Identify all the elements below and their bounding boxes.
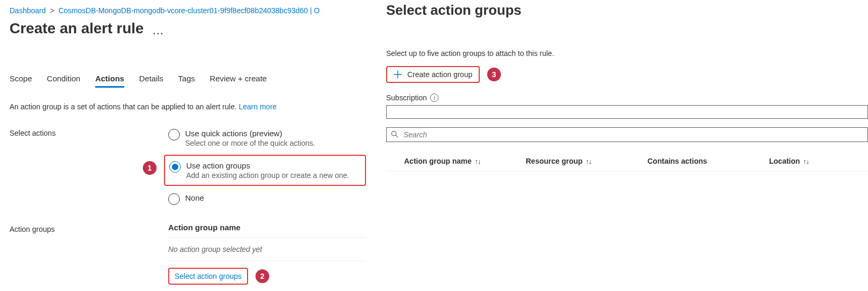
create-action-group-button[interactable]: Create action group [386, 66, 480, 83]
tab-review[interactable]: Review + create [210, 74, 267, 88]
panel-description: Select up to five action groups to attac… [386, 49, 868, 58]
svg-line-1 [396, 135, 398, 137]
breadcrumb-separator: > [50, 6, 54, 15]
radio-use-action-groups-circle[interactable] [169, 161, 181, 173]
tab-tags[interactable]: Tags [178, 74, 195, 88]
column-location[interactable]: Location ↑↓ [769, 157, 854, 165]
tab-details[interactable]: Details [139, 74, 163, 88]
column-resource-group[interactable]: Resource group ↑↓ [526, 157, 647, 165]
sort-icon: ↑↓ [475, 157, 481, 165]
grid-header: Action group name ↑↓ Resource group ↑↓ C… [386, 153, 868, 171]
search-input[interactable] [403, 130, 863, 139]
callout-badge-1: 1 [143, 161, 157, 175]
callout-badge-2: 2 [255, 269, 269, 283]
learn-more-link[interactable]: Learn more [239, 102, 277, 111]
svg-point-0 [391, 131, 396, 136]
select-action-groups-link[interactable]: Select action groups [175, 272, 242, 280]
search-input-wrap[interactable] [386, 127, 868, 142]
sort-icon: ↑↓ [586, 157, 591, 165]
callout-box-1: Use action groups Add an existing action… [164, 155, 366, 186]
action-group-name-header: Action group name [168, 223, 366, 238]
callout-badge-3: 3 [487, 68, 501, 81]
action-groups-empty-text: No action group selected yet [168, 238, 366, 261]
radio-use-action-groups-desc: Add an existing action group or create a… [186, 171, 349, 180]
radio-quick-actions[interactable]: Use quick actions (preview) Select one o… [168, 127, 366, 149]
radio-quick-actions-circle[interactable] [168, 129, 180, 140]
create-action-group-label: Create action group [407, 70, 472, 79]
radio-none-circle[interactable] [168, 193, 180, 205]
plus-icon [394, 70, 402, 79]
callout-box-2: Select action groups [168, 268, 248, 285]
radio-use-action-groups[interactable]: Use action groups Add an existing action… [169, 159, 361, 182]
column-contains-actions[interactable]: Contains actions [647, 157, 769, 165]
info-icon[interactable]: i [430, 93, 438, 102]
breadcrumb: Dashboard > CosmosDB-MongoDB-mongodb-vco… [10, 6, 366, 15]
column-action-group-name[interactable]: Action group name ↑↓ [404, 157, 526, 165]
radio-use-action-groups-label: Use action groups [186, 161, 349, 170]
sort-icon: ↑↓ [803, 157, 809, 165]
radio-quick-actions-desc: Select one or more of the quick actions. [185, 139, 315, 147]
page-title: Create an alert rule [10, 20, 144, 37]
intro-text: An action group is a set of actions that… [10, 102, 366, 111]
radio-none-label: None [185, 193, 204, 202]
select-actions-label: Select actions [10, 127, 168, 137]
breadcrumb-item-dashboard[interactable]: Dashboard [10, 6, 46, 15]
radio-quick-actions-label: Use quick actions (preview) [185, 129, 315, 138]
more-actions-button[interactable]: … [152, 21, 164, 36]
tab-scope[interactable]: Scope [10, 74, 32, 88]
tab-actions[interactable]: Actions [95, 74, 124, 88]
subscription-label: Subscription [386, 93, 427, 102]
action-groups-label: Action groups [10, 223, 168, 233]
breadcrumb-item-resource[interactable]: CosmosDB-MongoDB-mongodb-vcore-cluster01… [58, 6, 319, 15]
subscription-input[interactable] [386, 105, 868, 119]
tab-condition[interactable]: Condition [47, 74, 80, 88]
radio-none[interactable]: None [168, 191, 366, 207]
tabs: Scope Condition Actions Details Tags Rev… [10, 74, 366, 88]
search-icon [391, 130, 398, 139]
panel-title: Select action groups [386, 2, 868, 18]
